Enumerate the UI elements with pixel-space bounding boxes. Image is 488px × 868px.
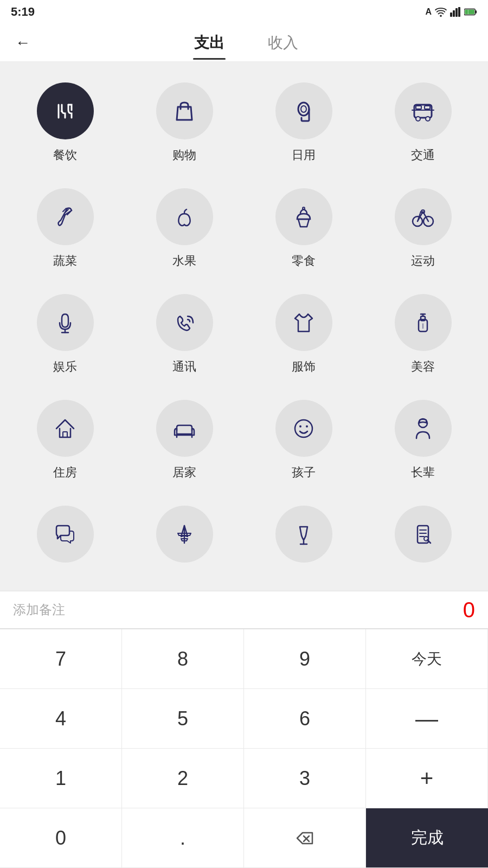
- other-icon-circle: [395, 506, 452, 563]
- key-plus[interactable]: +: [366, 749, 488, 808]
- housing-label: 住房: [53, 464, 77, 481]
- key-1[interactable]: 1: [0, 749, 122, 808]
- communication-icon-circle: [156, 294, 213, 351]
- category-snacks[interactable]: 零食: [244, 178, 363, 284]
- travel-icon-circle: [156, 506, 213, 563]
- shopping-label: 购物: [172, 147, 196, 163]
- vegetables-label: 蔬菜: [53, 253, 77, 269]
- battery-icon: [464, 8, 477, 16]
- shopping-icon-circle: [156, 82, 213, 139]
- daily-icon-circle: [275, 82, 332, 139]
- key-8[interactable]: 8: [122, 629, 244, 689]
- svg-point-0: [440, 15, 442, 17]
- children-icon-circle: [275, 400, 332, 457]
- category-vegetables[interactable]: 蔬菜: [5, 178, 125, 284]
- back-button[interactable]: ←: [11, 30, 35, 56]
- svg-rect-14: [416, 106, 421, 109]
- key-5[interactable]: 5: [122, 689, 244, 749]
- status-icons: A: [425, 7, 477, 17]
- category-home[interactable]: 居家: [125, 390, 244, 496]
- signal-icon: [450, 7, 461, 17]
- key-4[interactable]: 4: [0, 689, 122, 749]
- beauty-icon-circle: [395, 294, 452, 351]
- category-travel[interactable]: [125, 496, 244, 585]
- elder-label: 长辈: [411, 464, 435, 481]
- svg-rect-7: [465, 10, 474, 14]
- home-label: 居家: [172, 464, 196, 481]
- key-2[interactable]: 2: [122, 749, 244, 808]
- svg-rect-15: [425, 106, 430, 109]
- svg-rect-6: [475, 10, 477, 14]
- transport-icon-circle: [395, 82, 452, 139]
- entertainment-icon-circle: [37, 294, 94, 351]
- fruit-icon-circle: [156, 188, 213, 245]
- key-minus[interactable]: —: [366, 689, 488, 749]
- elder-icon-circle: [395, 400, 452, 457]
- numpad: 7 8 9 今天 4 5 6 — 1 2 3 + 0 . 完成: [0, 629, 488, 868]
- category-children[interactable]: 孩子: [244, 390, 363, 496]
- category-shopping[interactable]: 购物: [125, 73, 244, 178]
- svg-rect-1: [450, 12, 452, 17]
- vegetables-icon-circle: [37, 188, 94, 245]
- clothing-label: 服饰: [292, 359, 316, 375]
- category-transport[interactable]: 交通: [363, 73, 483, 178]
- snacks-label: 零食: [292, 253, 316, 269]
- category-grid: 餐饮 购物 日用: [0, 62, 488, 591]
- beauty-label: 美容: [411, 359, 435, 375]
- transport-label: 交通: [411, 147, 435, 163]
- category-sports[interactable]: 运动: [363, 178, 483, 284]
- category-social[interactable]: [5, 496, 125, 585]
- tab-income[interactable]: 收入: [262, 28, 304, 58]
- category-housing[interactable]: 住房: [5, 390, 125, 496]
- header: ← 支出 收入: [0, 24, 488, 62]
- svg-point-11: [301, 106, 306, 112]
- tab-expense[interactable]: 支出: [189, 28, 230, 58]
- communication-label: 通讯: [172, 359, 196, 375]
- children-label: 孩子: [292, 464, 316, 481]
- key-3[interactable]: 3: [244, 749, 366, 808]
- fruit-label: 水果: [172, 253, 196, 269]
- wifi-icon: [435, 7, 447, 17]
- status-bar: 5:19 A: [0, 0, 488, 24]
- category-drink[interactable]: [244, 496, 363, 585]
- key-dot[interactable]: .: [122, 808, 244, 868]
- svg-rect-2: [453, 10, 455, 17]
- key-9[interactable]: 9: [244, 629, 366, 689]
- svg-point-34: [295, 420, 312, 437]
- category-daily[interactable]: 日用: [244, 73, 363, 178]
- key-0[interactable]: 0: [0, 808, 122, 868]
- sports-icon-circle: [395, 188, 452, 245]
- category-communication[interactable]: 通讯: [125, 284, 244, 390]
- tabs: 支出 收入: [40, 28, 452, 58]
- note-placeholder[interactable]: 添加备注: [13, 601, 463, 618]
- category-elder[interactable]: 长辈: [363, 390, 483, 496]
- amount-display: 0: [463, 598, 475, 622]
- svg-point-20: [303, 207, 305, 209]
- dining-icon-circle: [37, 82, 94, 139]
- svg-point-10: [298, 103, 309, 116]
- home-icon-circle: [156, 400, 213, 457]
- category-dining[interactable]: 餐饮: [5, 73, 125, 178]
- svg-rect-31: [63, 432, 67, 437]
- category-beauty[interactable]: 美容: [363, 284, 483, 390]
- category-fruit[interactable]: 水果: [125, 178, 244, 284]
- key-backspace[interactable]: [244, 808, 366, 868]
- key-confirm[interactable]: 完成: [366, 808, 488, 868]
- svg-point-16: [416, 117, 420, 121]
- category-entertainment[interactable]: 娱乐: [5, 284, 125, 390]
- category-other[interactable]: [363, 496, 483, 585]
- category-clothing[interactable]: 服饰: [244, 284, 363, 390]
- key-7[interactable]: 7: [0, 629, 122, 689]
- svg-point-36: [306, 425, 308, 427]
- svg-rect-3: [455, 8, 458, 17]
- svg-rect-4: [458, 7, 460, 17]
- key-6[interactable]: 6: [244, 689, 366, 749]
- snacks-icon-circle: [275, 188, 332, 245]
- note-row[interactable]: 添加备注 0: [0, 591, 488, 629]
- clothing-icon-circle: [275, 294, 332, 351]
- svg-rect-12: [414, 105, 432, 118]
- sports-label: 运动: [411, 253, 435, 269]
- svg-point-35: [299, 425, 301, 427]
- key-today[interactable]: 今天: [366, 629, 488, 689]
- drink-icon-circle: [275, 506, 332, 563]
